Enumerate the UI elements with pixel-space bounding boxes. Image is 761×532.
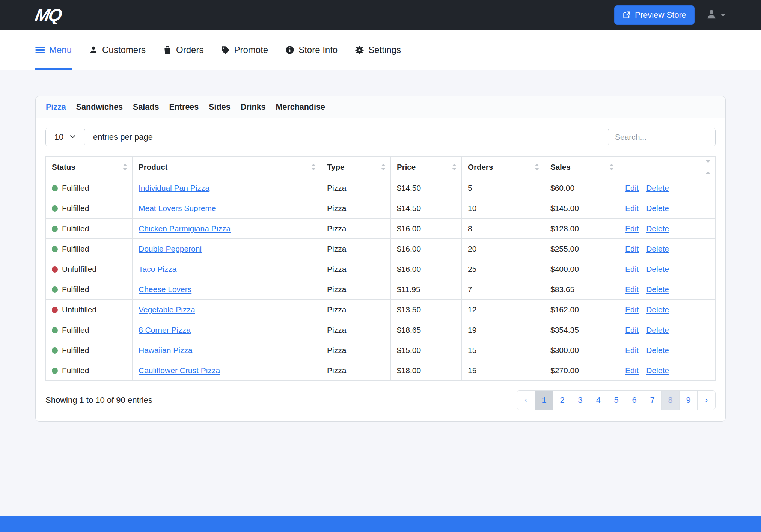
delete-link[interactable]: Delete	[646, 224, 669, 233]
status-cell: Fulfilled	[46, 178, 133, 198]
type-cell: Pizza	[321, 360, 391, 381]
type-cell: Pizza	[321, 198, 391, 219]
tab-sides[interactable]: Sides	[209, 102, 230, 112]
pagination-page-6[interactable]: 6	[625, 391, 643, 410]
sales-cell: $128.00	[544, 219, 619, 239]
column-header-actions[interactable]	[619, 157, 716, 178]
user-menu[interactable]	[706, 9, 726, 21]
type-cell: Pizza	[321, 219, 391, 239]
edit-link[interactable]: Edit	[625, 204, 639, 212]
tab-sandwiches[interactable]: Sandwiches	[76, 102, 123, 112]
product-link[interactable]: Vegetable Pizza	[139, 305, 195, 314]
edit-link[interactable]: Edit	[625, 244, 639, 253]
delete-link[interactable]: Delete	[646, 305, 669, 314]
pagination-page-4[interactable]: 4	[589, 391, 607, 410]
delete-link[interactable]: Delete	[646, 346, 669, 354]
delete-link[interactable]: Delete	[646, 285, 669, 294]
entries-value: 10	[54, 132, 63, 142]
delete-link[interactable]: Delete	[646, 204, 669, 212]
orders-cell: 7	[462, 279, 544, 300]
pagination-page-9[interactable]: 9	[679, 391, 697, 410]
edit-link[interactable]: Edit	[625, 305, 639, 314]
products-table: Status Product Type Price	[45, 156, 716, 381]
nav-item-label: Customers	[102, 45, 146, 55]
nav-item-menu[interactable]: Menu	[35, 30, 72, 70]
product-link[interactable]: 8 Corner Pizza	[139, 326, 191, 334]
edit-link[interactable]: Edit	[625, 265, 639, 273]
type-cell: Pizza	[321, 279, 391, 300]
product-link[interactable]: Chicken Parmigiana Pizza	[139, 224, 231, 233]
product-link[interactable]: Taco Pizza	[139, 265, 177, 273]
status-dot	[52, 205, 58, 212]
tab-drinks[interactable]: Drinks	[241, 102, 266, 112]
pagination-page-7[interactable]: 7	[643, 391, 661, 410]
tab-entrees[interactable]: Entrees	[169, 102, 199, 112]
pagination-next[interactable]: ›	[697, 391, 715, 410]
column-header-orders[interactable]: Orders	[462, 157, 544, 178]
pagination-page-3[interactable]: 3	[571, 391, 589, 410]
orders-cell: 19	[462, 320, 544, 340]
product-link[interactable]: Cauliflower Crust Pizza	[139, 366, 220, 375]
sales-cell: $83.65	[544, 279, 619, 300]
pagination-prev[interactable]: ‹	[517, 391, 535, 410]
column-header-type[interactable]: Type	[321, 157, 391, 178]
edit-link[interactable]: Edit	[625, 326, 639, 334]
pagination-page-1[interactable]: 1	[535, 391, 553, 410]
edit-link[interactable]: Edit	[625, 366, 639, 375]
status-dot	[52, 347, 58, 354]
tab-salads[interactable]: Salads	[133, 102, 159, 112]
nav-item-label: Store Info	[298, 45, 338, 55]
delete-link[interactable]: Delete	[646, 265, 669, 273]
product-link[interactable]: Hawaiian Pizza	[139, 346, 193, 354]
table-row: Fulfilled Cheese Lovers Pizza $11.95 7 $…	[46, 279, 716, 300]
delete-link[interactable]: Delete	[646, 244, 669, 253]
product-link[interactable]: Individual Pan Pizza	[139, 184, 209, 192]
edit-link[interactable]: Edit	[625, 184, 639, 192]
nav-item-orders[interactable]: Orders	[163, 30, 203, 70]
column-header-status[interactable]: Status	[46, 157, 133, 178]
product-link[interactable]: Cheese Lovers	[139, 285, 191, 294]
edit-link[interactable]: Edit	[625, 285, 639, 294]
main-nav: Menu Customers Orders	[0, 30, 761, 70]
tab-pizza[interactable]: Pizza	[46, 102, 66, 112]
search-input[interactable]	[608, 128, 716, 146]
price-cell: $16.00	[391, 219, 462, 239]
sales-cell: $300.00	[544, 340, 619, 360]
bottom-bar	[0, 516, 761, 532]
nav-item-store-info[interactable]: Store Info	[285, 30, 338, 70]
column-header-product[interactable]: Product	[133, 157, 321, 178]
nav-item-settings[interactable]: Settings	[355, 30, 401, 70]
sales-cell: $400.00	[544, 259, 619, 279]
sales-cell: $60.00	[544, 178, 619, 198]
edit-link[interactable]: Edit	[625, 224, 639, 233]
delete-link[interactable]: Delete	[646, 326, 669, 334]
status-cell: Unfulfilled	[46, 300, 133, 320]
edit-link[interactable]: Edit	[625, 346, 639, 354]
table-row: Fulfilled Chicken Parmigiana Pizza Pizza…	[46, 219, 716, 239]
delete-link[interactable]: Delete	[646, 184, 669, 192]
tab-merchandise[interactable]: Merchandise	[276, 102, 325, 112]
status-dot	[52, 185, 58, 191]
pagination-page-5[interactable]: 5	[607, 391, 625, 410]
nav-item-customers[interactable]: Customers	[89, 30, 146, 70]
product-link[interactable]: Double Pepperoni	[139, 244, 202, 253]
column-header-sales[interactable]: Sales	[544, 157, 619, 178]
type-cell: Pizza	[321, 239, 391, 259]
sort-icon	[452, 164, 457, 170]
pagination-page-2[interactable]: 2	[553, 391, 571, 410]
column-header-price[interactable]: Price	[391, 157, 462, 178]
sales-cell: $354.35	[544, 320, 619, 340]
delete-link[interactable]: Delete	[646, 366, 669, 375]
status-dot	[52, 226, 58, 232]
entries-per-page-select[interactable]: 10	[45, 128, 85, 146]
preview-store-button[interactable]: Preview Store	[614, 5, 695, 25]
nav-item-promote[interactable]: Promote	[221, 30, 268, 70]
product-link[interactable]: Meat Lovers Supreme	[139, 204, 216, 212]
category-tabs: Pizza Sandwiches Salads Entrees Sides Dr…	[36, 96, 725, 118]
showing-entries-text: Showing 1 to 10 of 90 entries	[45, 395, 152, 405]
status-cell: Fulfilled	[46, 340, 133, 360]
logo: MQ	[33, 5, 63, 25]
table-row: Fulfilled 8 Corner Pizza Pizza $18.65 19…	[46, 320, 716, 340]
status-dot	[52, 327, 58, 333]
pagination-page-8[interactable]: 8	[661, 391, 679, 410]
